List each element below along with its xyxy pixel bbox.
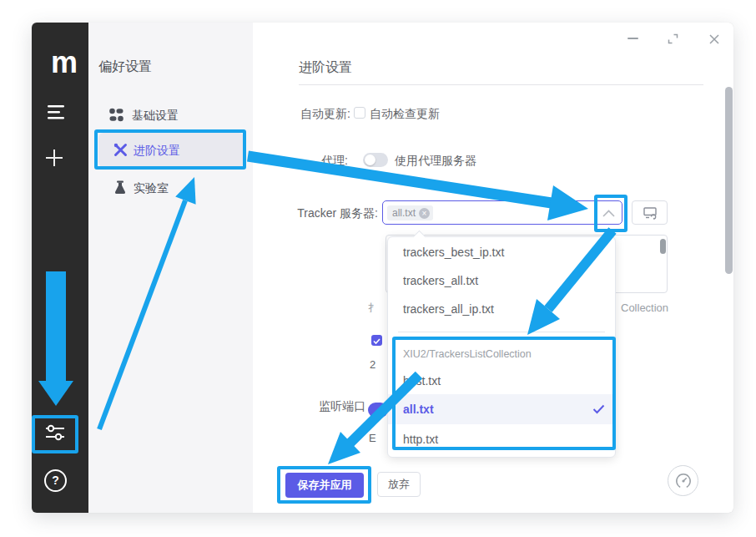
occluded-text-number: 2 <box>370 358 377 371</box>
basic-settings-icon <box>109 108 123 122</box>
listen-port-label: 监听端口 <box>319 399 365 414</box>
task-list-icon[interactable] <box>47 104 65 120</box>
auto-sync-checkbox-checked[interactable] <box>371 335 382 346</box>
sidebar-item-basic-settings[interactable]: 基础设置 <box>132 109 179 124</box>
tracker-tag-label: all.txt <box>392 207 416 219</box>
dropdown-item[interactable]: trackers_all.txt <box>403 274 478 287</box>
screenshot-stage: m ? 偏好设置 基础设置 进阶设置 实验室 进阶设置 自动更新 <box>0 0 756 537</box>
discard-button[interactable]: 放弃 <box>377 472 421 497</box>
tag-remove-icon[interactable]: × <box>419 208 430 219</box>
annotation-box-save-button <box>277 466 371 504</box>
auto-update-label: 自动更新: <box>250 107 350 122</box>
dropdown-item[interactable]: trackers_best_ip.txt <box>403 246 504 259</box>
sync-icon <box>643 206 658 220</box>
hint-fragment-2: 〈 <box>368 312 374 324</box>
main-scrollbar-thumb[interactable] <box>725 87 733 274</box>
annotation-box-advanced-settings <box>94 129 246 170</box>
app-logo: m <box>50 52 78 77</box>
proxy-toggle[interactable] <box>363 153 388 167</box>
hint-fragment-1: 扌 <box>368 301 374 312</box>
title-divider <box>299 84 703 85</box>
preferences-title: 偏好设置 <box>98 58 152 76</box>
maximize-icon[interactable] <box>668 33 678 44</box>
annotation-box-dropdown-group <box>392 337 616 450</box>
dropdown-item[interactable]: trackers_all_ip.txt <box>403 302 494 316</box>
add-task-icon[interactable] <box>45 149 63 167</box>
proxy-label: 代理: <box>250 154 348 169</box>
speed-limit-button[interactable] <box>668 465 698 496</box>
help-icon[interactable]: ? <box>44 469 67 492</box>
dropdown-group-divider <box>398 332 605 332</box>
auto-update-checkbox-label[interactable]: 自动检查更新 <box>370 107 440 122</box>
listen-port-toggle-fragment[interactable] <box>368 403 388 418</box>
tracker-hint-tail: Collection <box>621 301 668 314</box>
auto-update-checkbox[interactable] <box>354 107 365 119</box>
annotation-box-preferences-icon <box>32 415 78 453</box>
proxy-toggle-label: 使用代理服务器 <box>395 154 476 169</box>
speedometer-icon <box>675 473 692 489</box>
sync-trackers-button[interactable] <box>632 200 668 225</box>
occluded-text-letter: E <box>369 432 376 444</box>
close-icon[interactable] <box>708 33 720 45</box>
tracker-label: Tracker 服务器: <box>259 206 378 221</box>
minimize-button[interactable] <box>627 38 638 39</box>
preferences-panel <box>88 23 253 513</box>
annotation-box-collapse-chevron <box>594 195 627 232</box>
lab-icon <box>113 180 127 195</box>
tracker-tag: all.txt × <box>387 205 433 220</box>
check-icon <box>371 336 382 346</box>
page-title: 进阶设置 <box>299 59 352 77</box>
toggle-knob <box>365 155 375 165</box>
sidebar-item-lab[interactable]: 实验室 <box>134 181 169 196</box>
textarea-scrollbar-thumb[interactable] <box>660 239 666 254</box>
